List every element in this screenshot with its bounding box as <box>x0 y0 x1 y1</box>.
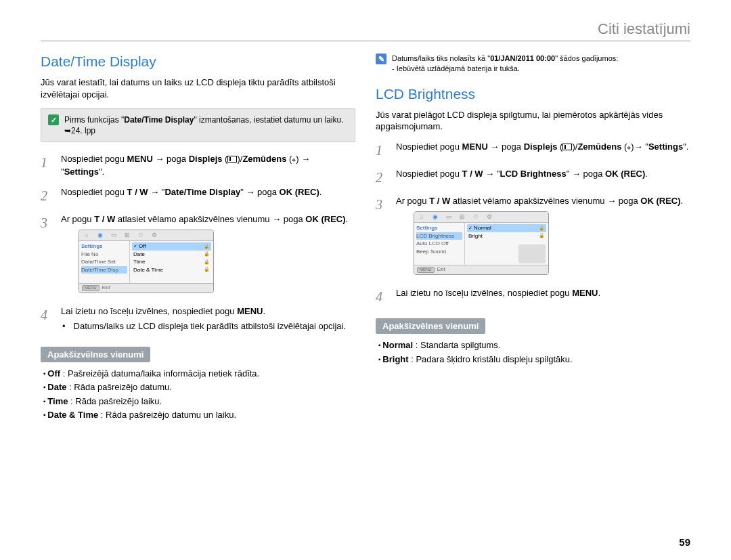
tab-icon: ⊞ <box>123 232 132 239</box>
underwater-icon: ⌖ <box>627 143 631 153</box>
lcd-option: Bright🔒 <box>467 232 546 240</box>
display-icon <box>562 144 572 150</box>
lcd-main: Off🔒 Date🔒 Time🔒 Date & Time🔒 <box>130 241 213 283</box>
menu-button-icon: MENU <box>82 285 99 291</box>
lcd-option: Time🔒 <box>132 258 211 266</box>
list-item: Normal : Standarta spilgtums. <box>378 339 690 351</box>
lcd-sidebar-item: Auto LCD Off <box>416 240 462 248</box>
list-item: Time : Rāda pašreizējo laiku. <box>43 395 355 408</box>
page-number: 59 <box>679 536 690 548</box>
info-icon: ✎ <box>376 53 386 64</box>
tab-icon: ⊞ <box>458 213 467 221</box>
lcd-sidebar-item: Beep Sound <box>416 248 462 256</box>
tab-icon: ▭ <box>444 213 453 221</box>
lcd-sidebar-header: Settings <box>416 224 462 232</box>
step-1: 1 Nospiediet pogu MENU → poga Displejs (… <box>41 153 355 177</box>
step-number: 1 <box>41 153 53 177</box>
lcd-sidebar-item: File No <box>81 251 127 259</box>
lcd-screenshot: ⌂ ◉ ▭ ⊞ ♲ ⚙ Settings File No Data/Time S… <box>79 230 214 293</box>
top-info-note: ✎ Datums/laiks tiks nolasīts kā "01/JAN/… <box>376 53 690 74</box>
step-2: 2 Nospiediet pogu T / W → "Date/Time Dis… <box>41 186 355 205</box>
step-number: 2 <box>376 168 388 187</box>
page-header: Citi iestatījumi <box>41 20 690 41</box>
list-item: Bright : Padara šķidro kristālu displeju… <box>378 353 690 366</box>
underwater-icon: ⌖ <box>292 155 296 165</box>
lcd-sidebar-item: Date/Time Disp <box>81 266 127 274</box>
step-4: 4 Lai izietu no īsceļu izvēlnes, nospied… <box>41 305 355 334</box>
display-icon <box>227 156 237 163</box>
sub-bullet: Datums/laiks uz LCD displeja tiek parādī… <box>62 320 355 332</box>
step-3: 3 Ar pogu T / W atlasiet vēlamo apakšizv… <box>41 213 355 297</box>
lcd-footer: MENU Exit <box>414 265 548 274</box>
intro-paragraph: Jūs varat iestatīt, lai datums un laiks … <box>41 77 355 100</box>
tab-icon: ⌂ <box>82 232 91 239</box>
lcd-footer: MENU Exit <box>79 283 213 293</box>
step-number: 3 <box>41 213 53 297</box>
lcd-tabs: ⌂ ◉ ▭ ⊞ ♲ ⚙ <box>414 212 548 223</box>
submenu-header: Apakšizvēlnes vienumi <box>376 318 485 334</box>
lcd-option: Off🔒 <box>132 242 211 251</box>
step-number: 4 <box>41 305 53 334</box>
submenu-items: Normal : Standarta spilgtums. Bright : P… <box>376 339 690 365</box>
lcd-screenshot: ⌂ ◉ ▭ ⊞ ♲ ⚙ Settings LCD Brightness Auto <box>414 211 549 275</box>
note-text: Pirms funkcijas "Date/Time Display" izma… <box>64 114 348 136</box>
tab-icon: ⌂ <box>417 213 426 221</box>
list-item: Date & Time : Rāda pašreizējo datumu un … <box>43 409 355 421</box>
lcd-tabs: ⌂ ◉ ▭ ⊞ ♲ ⚙ <box>79 230 213 241</box>
lcd-option: Normal🔒 <box>467 224 546 232</box>
left-column: Date/Time Display Jūs varat iestatīt, la… <box>41 53 355 423</box>
tab-icon: ▭ <box>109 232 118 239</box>
submenu-items: Off : Pašreizējā datuma/laika informācij… <box>41 368 355 421</box>
exit-label: Exit <box>437 267 445 272</box>
step-4: 4 Lai izietu no īsceļu izvēlnes, nospied… <box>376 287 690 306</box>
list-item: Off : Pašreizējā datuma/laika informācij… <box>43 368 355 380</box>
step-1: 1 Nospiediet pogu MENU → poga Displejs (… <box>376 141 690 160</box>
note-box: ✓ Pirms funkcijas "Date/Time Display" iz… <box>41 108 355 142</box>
step-number: 3 <box>376 195 388 279</box>
lcd-main: Normal🔒 Bright🔒 <box>465 223 548 265</box>
main-columns: Date/Time Display Jūs varat iestatīt, la… <box>41 53 690 423</box>
step-number: 1 <box>376 141 388 160</box>
tab-icon: ⚙ <box>485 213 494 221</box>
section-title-lcd-brightness: LCD Brightness <box>376 86 690 102</box>
tab-icon: ◉ <box>430 213 440 221</box>
step-2: 2 Nospiediet pogu T / W → "LCD Brightnes… <box>376 168 690 187</box>
tab-icon: ♲ <box>471 213 481 221</box>
lcd-option: Date🔒 <box>132 251 211 259</box>
intro-paragraph: Jūs varat pielāgot LCD displeja spilgtum… <box>376 109 690 133</box>
lcd-sidebar-item: LCD Brightness <box>416 232 462 240</box>
preview-thumbnail <box>518 244 546 263</box>
checkmark-icon: ✓ <box>48 114 59 125</box>
right-column: ✎ Datums/laiks tiks nolasīts kā "01/JAN/… <box>376 53 690 423</box>
lcd-sidebar-header: Settings <box>81 242 127 251</box>
tab-icon: ◉ <box>95 232 105 239</box>
lcd-sidebar-item: Data/Time Set <box>81 258 127 266</box>
step-number: 4 <box>376 287 388 306</box>
steps-list: 1 Nospiediet pogu MENU → poga Displejs (… <box>376 141 690 306</box>
step-3: 3 Ar pogu T / W atlasiet vēlamo apakšizv… <box>376 195 690 279</box>
steps-list: 1 Nospiediet pogu MENU → poga Displejs (… <box>41 153 355 334</box>
list-item: Date : Rāda pašreizējo datumu. <box>43 381 355 393</box>
lcd-option: Date & Time🔒 <box>132 266 211 274</box>
lcd-sidebar: Settings LCD Brightness Auto LCD Off Bee… <box>414 223 465 265</box>
menu-button-icon: MENU <box>417 267 435 273</box>
lcd-sidebar: Settings File No Data/Time Set Date/Time… <box>79 241 130 283</box>
step-number: 2 <box>41 186 53 205</box>
tab-icon: ⚙ <box>150 232 159 239</box>
section-title-date-time: Date/Time Display <box>41 53 355 70</box>
exit-label: Exit <box>102 285 110 290</box>
submenu-header: Apakšizvēlnes vienumi <box>41 347 150 362</box>
tab-icon: ♲ <box>136 232 146 239</box>
